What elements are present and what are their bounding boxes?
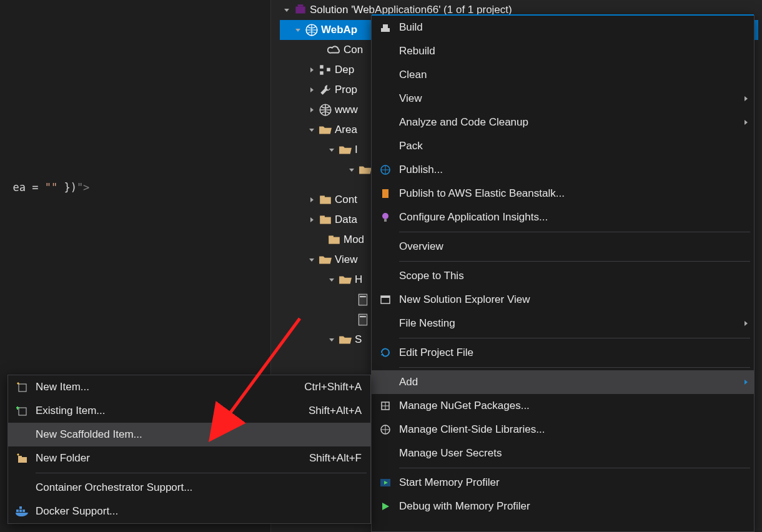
menu-overview[interactable]: Overview [372, 235, 754, 259]
menu-add[interactable]: Add [372, 370, 754, 394]
svg-marker-12 [309, 129, 314, 132]
expander-open-icon[interactable] [294, 26, 302, 34]
page-icon [356, 313, 370, 327]
svg-marker-48 [745, 380, 748, 385]
folder-open-icon [319, 123, 332, 137]
refresh-icon [372, 347, 399, 359]
menu-label: New Folder [36, 452, 309, 465]
docker-icon [8, 506, 36, 517]
menu-new-item[interactable]: New Item... Ctrl+Shift+A [8, 375, 370, 399]
code-string: "" [45, 181, 57, 194]
menu-separator [399, 232, 750, 232]
menu-configure-insights[interactable]: Configure Application Insights... [372, 205, 754, 229]
expander-open-icon[interactable] [307, 126, 316, 134]
menu-scope[interactable]: Scope to This [372, 264, 754, 288]
svg-rect-61 [19, 510, 22, 512]
menu-clean[interactable]: Clean [372, 63, 754, 87]
menu-label: Manage Client-Side Libraries... [399, 423, 738, 436]
menu-debug-memory-profiler[interactable]: Debug with Memory Profiler [372, 495, 754, 518]
svg-marker-35 [339, 337, 352, 344]
svg-marker-21 [310, 217, 314, 222]
menu-label: Clean [399, 69, 738, 81]
svg-rect-58 [18, 456, 22, 458]
svg-rect-8 [327, 68, 330, 72]
menu-file-nesting[interactable]: File Nesting [372, 312, 754, 335]
menu-publish-aws[interactable]: Publish to AWS Elastic Beanstalk... [372, 182, 754, 205]
submenu-arrow-icon [738, 119, 754, 126]
menu-edit-project-file[interactable]: Edit Project File [372, 341, 754, 365]
svg-rect-62 [22, 510, 25, 512]
menu-separator [36, 473, 367, 473]
add-submenu: New Item... Ctrl+Shift+A Existing Item..… [7, 375, 371, 524]
svg-rect-23 [320, 215, 325, 217]
folder-icon [327, 233, 341, 247]
menu-shortcut: Shift+Alt+A [309, 405, 370, 417]
svg-rect-57 [18, 457, 27, 463]
csharp-project-icon [305, 23, 319, 37]
expander-closed-icon[interactable] [307, 215, 316, 224]
aws-icon [372, 187, 399, 200]
node-label: S [355, 333, 362, 346]
svg-point-42 [382, 213, 388, 219]
menu-label: Build [399, 21, 738, 34]
new-file-sparkle-icon [8, 381, 36, 393]
svg-rect-2 [298, 4, 304, 6]
expander-closed-icon[interactable] [307, 86, 316, 94]
menu-separator [399, 367, 750, 368]
project-label: WebAp [321, 24, 357, 36]
folder-open-icon [339, 143, 352, 157]
svg-marker-27 [319, 257, 332, 264]
svg-marker-59 [17, 453, 19, 456]
menu-manage-secrets[interactable]: Manage User Secrets [372, 441, 754, 465]
menu-container-orchestrator[interactable]: Container Orchestrator Support... [8, 476, 370, 500]
play-green-icon [372, 500, 399, 513]
menu-label: Scope to This [399, 270, 738, 282]
expander-open-icon[interactable] [347, 165, 356, 174]
svg-marker-5 [310, 67, 314, 72]
node-label: Con [344, 44, 363, 56]
svg-rect-60 [16, 510, 19, 512]
menu-new-explorer[interactable]: New Solution Explorer View [372, 288, 754, 312]
menu-label: Rebuild [399, 45, 738, 57]
expander-closed-icon[interactable] [307, 195, 316, 204]
svg-marker-17 [359, 167, 372, 174]
svg-marker-9 [310, 87, 314, 92]
expander-open-icon[interactable] [327, 145, 336, 154]
publish-icon [372, 164, 399, 176]
svg-rect-33 [360, 317, 366, 317]
menu-manage-client[interactable]: Manage Client-Side Libraries... [372, 418, 754, 441]
menu-view[interactable]: View [372, 87, 754, 111]
menu-shortcut: Shift+Alt+F [309, 452, 370, 465]
expander-open-icon[interactable] [282, 6, 291, 14]
expander-closed-icon[interactable] [307, 106, 316, 114]
svg-marker-14 [329, 149, 334, 152]
expander-open-icon[interactable] [327, 335, 336, 344]
expander-open-icon[interactable] [327, 275, 336, 284]
node-label: Prop [335, 84, 357, 96]
menu-docker-support[interactable]: Docker Support... [8, 500, 370, 523]
node-label: H [355, 273, 362, 286]
folder-open-icon [359, 163, 372, 177]
menu-existing-item[interactable]: Existing Item... Shift+Alt+A [8, 399, 370, 423]
svg-rect-41 [382, 189, 388, 198]
menu-new-scaffolded-item[interactable]: New Scaffolded Item... [8, 423, 370, 446]
expander-open-icon[interactable] [307, 255, 316, 264]
project-context-menu: Build Rebuild Clean View Analyze and Cod… [371, 15, 755, 532]
menu-label: Manage NuGet Packages... [399, 400, 738, 412]
menu-label: File Nesting [399, 317, 738, 330]
menu-publish[interactable]: Publish... [372, 158, 754, 182]
new-folder-sparkle-icon [8, 452, 36, 465]
menu-new-folder[interactable]: New Folder Shift+Alt+F [8, 446, 370, 470]
menu-label: Publish to AWS Elastic Beanstalk... [399, 187, 738, 200]
menu-rebuild[interactable]: Rebuild [372, 39, 754, 63]
menu-manage-nuget[interactable]: Manage NuGet Packages... [372, 394, 754, 418]
wrench-icon [319, 83, 332, 97]
expander-closed-icon[interactable] [307, 66, 316, 74]
menu-analyze[interactable]: Analyze and Code Cleanup [372, 111, 754, 134]
menu-start-memory-profiler[interactable]: Start Memory Profiler [372, 471, 754, 495]
code-tag: "> [77, 181, 89, 194]
menu-pack[interactable]: Pack [372, 134, 754, 158]
svg-rect-22 [320, 217, 331, 224]
menu-build[interactable]: Build [372, 16, 754, 39]
svg-rect-63 [19, 506, 22, 509]
